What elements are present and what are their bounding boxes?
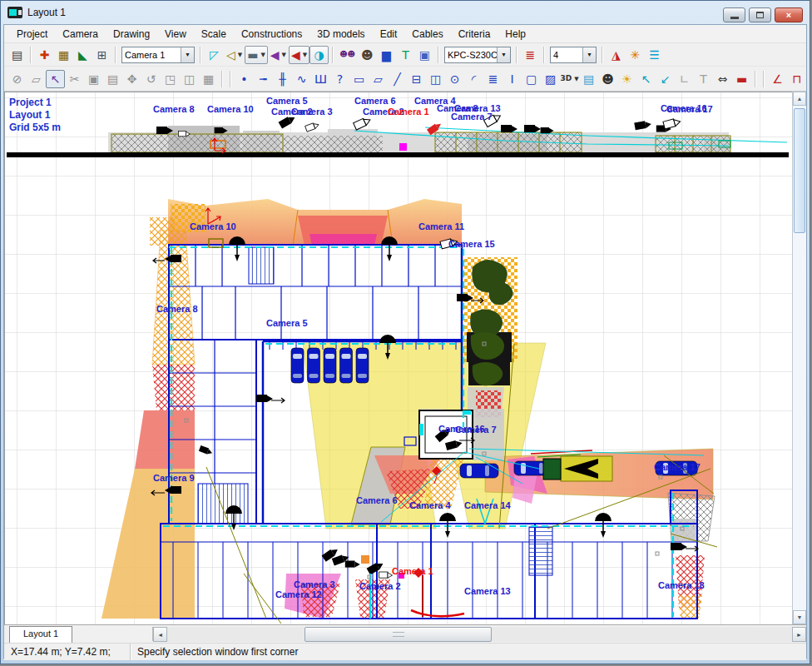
- menu-cables[interactable]: Cables: [404, 26, 450, 42]
- scroll-right-button[interactable]: ►: [792, 627, 806, 642]
- scroll-down-button[interactable]: ▼: [793, 610, 806, 624]
- active-camera-select-dropdown-button[interactable]: ▼: [181, 47, 194, 62]
- vertical-scroll-thumb[interactable]: [794, 108, 805, 233]
- menu-3d-models[interactable]: 3D models: [309, 26, 372, 42]
- curve-tool[interactable]: ∿: [292, 70, 311, 88]
- camera-view-button-dropdown-arrow[interactable]: ▼: [303, 52, 307, 58]
- eraser-button[interactable]: ▱: [27, 70, 46, 88]
- circle-tool[interactable]: ⊙: [445, 70, 464, 88]
- axes-button[interactable]: ∟: [675, 70, 694, 88]
- new-camera-button[interactable]: ✳: [626, 46, 645, 64]
- camera-model-select-dropdown-button[interactable]: ▼: [497, 47, 510, 62]
- pick-view-button[interactable]: ↙: [656, 70, 675, 88]
- stairs-tool[interactable]: ≣: [483, 70, 503, 88]
- text-tool[interactable]: I: [503, 70, 522, 88]
- stretch-button[interactable]: ⇔: [713, 70, 732, 88]
- scroll-left-button[interactable]: ◄: [153, 627, 167, 642]
- menu-help[interactable]: Help: [498, 26, 533, 42]
- segment-tool[interactable]: ╼: [254, 70, 273, 88]
- select-icon: ↖: [51, 73, 61, 85]
- rect-tool[interactable]: ▭: [349, 70, 369, 88]
- menu-criteria[interactable]: Criteria: [451, 26, 498, 42]
- resize-button[interactable]: ◳: [161, 70, 180, 88]
- paste-button[interactable]: ▤: [103, 70, 122, 88]
- horn-view-button[interactable]: ◁▼: [224, 46, 245, 64]
- window-tool[interactable]: ◫: [426, 70, 445, 88]
- cut-button[interactable]: ✂: [65, 70, 84, 88]
- person-button[interactable]: ☻: [358, 46, 377, 64]
- close-button[interactable]: ×: [775, 7, 803, 22]
- dimension-tool[interactable]: ?: [330, 70, 349, 88]
- color-scale-button[interactable]: ☰: [645, 46, 664, 64]
- region-tool[interactable]: ◜: [464, 70, 483, 88]
- box-3d-tool[interactable]: 3D▼: [560, 70, 579, 88]
- monitor-count-select[interactable]: 4▼: [550, 47, 597, 63]
- vehicle-button[interactable]: ▆: [377, 46, 396, 64]
- drawing-canvas[interactable]: Project 1 Layout 1 Grid 5x5 m Camera 8Ca…: [4, 92, 792, 624]
- save-layout-button[interactable]: ▤: [7, 46, 27, 64]
- test-text-icon: T: [402, 49, 409, 61]
- minimize-button[interactable]: [723, 7, 745, 22]
- menu-edit[interactable]: Edit: [373, 26, 405, 42]
- horizontal-scrollbar[interactable]: ◄ ►: [153, 627, 806, 642]
- add-camera-button[interactable]: ✚: [35, 46, 54, 64]
- wall-tool[interactable]: ⊟: [407, 70, 426, 88]
- monitor-count-select-dropdown-button[interactable]: ▼: [582, 47, 596, 62]
- rounded-rect-tool[interactable]: ▢: [522, 70, 541, 88]
- box-3d-tool-dropdown-arrow[interactable]: ▼: [574, 76, 578, 82]
- stop-button[interactable]: ⊘: [7, 70, 27, 88]
- print-camera-button[interactable]: ◮: [607, 46, 626, 64]
- rotate-button[interactable]: ↺: [141, 70, 161, 88]
- menu-camera[interactable]: Camera: [55, 26, 106, 42]
- pick-camera-button[interactable]: ↖: [636, 70, 656, 88]
- person-tool[interactable]: ☻: [598, 70, 617, 88]
- copy-window-button[interactable]: ▣: [415, 46, 434, 64]
- construction-1-button[interactable]: ∠: [768, 70, 787, 88]
- people-button[interactable]: ☻☻: [337, 46, 358, 64]
- horizontal-scroll-track[interactable]: [167, 627, 792, 642]
- hatch-line-tool[interactable]: ╱: [388, 70, 407, 88]
- load-camera-button[interactable]: ◣: [73, 46, 92, 64]
- spectrum-button[interactable]: ◀▼: [268, 46, 289, 64]
- image-tool[interactable]: ▤: [579, 70, 598, 88]
- active-camera-select[interactable]: Camera 1▼: [121, 47, 195, 63]
- camera-colors-button[interactable]: ≣: [521, 46, 540, 64]
- menu-drawing[interactable]: Drawing: [106, 26, 157, 42]
- mirror-button[interactable]: ◫: [180, 70, 199, 88]
- fence-tool[interactable]: Ш: [311, 70, 330, 88]
- move-button[interactable]: ✥: [122, 70, 141, 88]
- title-bar[interactable]: Layout 1 ×: [1, 1, 810, 24]
- text2-button[interactable]: T: [694, 70, 713, 88]
- scroll-up-button[interactable]: ▲: [793, 92, 806, 106]
- label-camera-14: Camera 14: [464, 500, 511, 510]
- camera-model-select[interactable]: KPC-S230C▼: [444, 47, 511, 63]
- spectrum-button-dropdown-arrow[interactable]: ▼: [282, 52, 286, 58]
- view-area-button[interactable]: ◸: [205, 46, 224, 64]
- restore-button[interactable]: [749, 7, 771, 22]
- parallelogram-tool[interactable]: ▱: [369, 70, 388, 88]
- group-button[interactable]: ▦: [199, 70, 218, 88]
- menu-view[interactable]: View: [157, 26, 194, 42]
- view-mode-button[interactable]: ▬▼: [245, 46, 268, 64]
- copy-button[interactable]: ▣: [84, 70, 103, 88]
- camera-table-button[interactable]: ⊞: [92, 46, 111, 64]
- hatch-tool[interactable]: ▨: [541, 70, 560, 88]
- horizontal-scroll-thumb[interactable]: [304, 627, 492, 642]
- view-mode-button-dropdown-arrow[interactable]: ▼: [260, 52, 265, 58]
- lens-view-button[interactable]: ◑: [309, 46, 329, 64]
- lamp-tool[interactable]: ☀: [617, 70, 636, 88]
- menu-constructions[interactable]: Constructions: [234, 26, 309, 42]
- save-camera-button[interactable]: ▦: [54, 46, 73, 64]
- horn-view-button-dropdown-arrow[interactable]: ▼: [238, 52, 242, 58]
- point-tool[interactable]: •: [235, 70, 254, 88]
- tab-layout-1[interactable]: Layout 1: [9, 626, 72, 643]
- construction-2-button[interactable]: ⊓: [787, 70, 806, 88]
- menu-scale[interactable]: Scale: [194, 26, 234, 42]
- vertical-scrollbar[interactable]: ▲ ▼: [792, 92, 806, 624]
- select-button[interactable]: ↖: [46, 70, 65, 88]
- test-text-button[interactable]: T: [396, 46, 415, 64]
- camera-view-button[interactable]: ◀▼: [289, 46, 309, 64]
- menu-project[interactable]: Project: [9, 26, 55, 42]
- marker-line-tool[interactable]: ╫: [273, 70, 292, 88]
- thick-line-button[interactable]: ▬: [732, 70, 751, 88]
